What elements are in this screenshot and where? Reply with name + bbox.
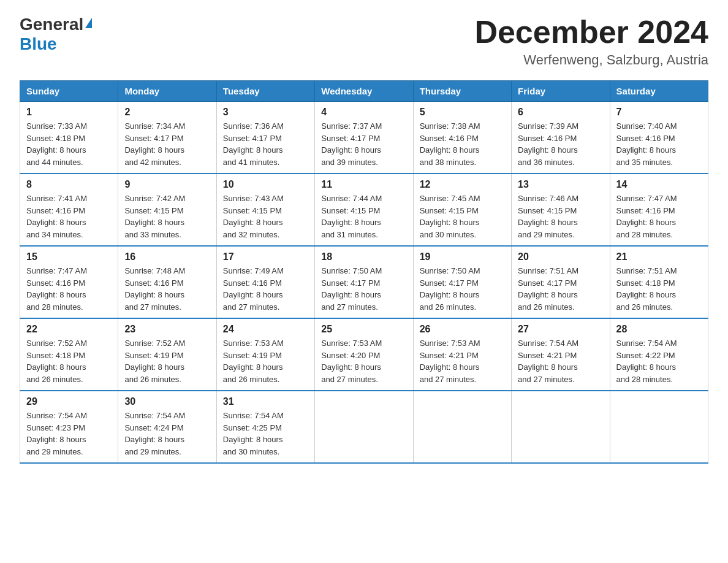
calendar-header: SundayMondayTuesdayWednesdayThursdayFrid… <box>20 81 708 102</box>
day-info: Sunrise: 7:54 AMSunset: 4:23 PMDaylight:… <box>26 410 112 458</box>
day-cell: 11Sunrise: 7:44 AMSunset: 4:15 PMDayligh… <box>315 174 413 246</box>
day-cell: 28Sunrise: 7:54 AMSunset: 4:22 PMDayligh… <box>610 318 708 391</box>
day-info: Sunrise: 7:50 AMSunset: 4:17 PMDaylight:… <box>420 265 505 313</box>
day-cell: 16Sunrise: 7:48 AMSunset: 4:16 PMDayligh… <box>118 246 216 318</box>
day-cell: 25Sunrise: 7:53 AMSunset: 4:20 PMDayligh… <box>315 318 413 391</box>
day-number: 17 <box>223 251 308 262</box>
day-number: 27 <box>518 324 603 335</box>
day-number: 14 <box>616 179 702 190</box>
week-row-2: 8Sunrise: 7:41 AMSunset: 4:16 PMDaylight… <box>20 174 708 246</box>
day-info: Sunrise: 7:52 AMSunset: 4:18 PMDaylight:… <box>26 337 112 385</box>
day-cell: 1Sunrise: 7:33 AMSunset: 4:18 PMDaylight… <box>20 102 118 174</box>
day-info: Sunrise: 7:54 AMSunset: 4:24 PMDaylight:… <box>124 410 210 458</box>
day-info: Sunrise: 7:47 AMSunset: 4:16 PMDaylight:… <box>26 265 112 313</box>
day-info: Sunrise: 7:38 AMSunset: 4:16 PMDaylight:… <box>420 120 505 168</box>
day-number: 10 <box>223 179 308 190</box>
day-info: Sunrise: 7:53 AMSunset: 4:20 PMDaylight:… <box>321 337 406 385</box>
day-info: Sunrise: 7:54 AMSunset: 4:25 PMDaylight:… <box>223 410 308 458</box>
day-cell: 22Sunrise: 7:52 AMSunset: 4:18 PMDayligh… <box>20 318 118 391</box>
day-cell: 13Sunrise: 7:46 AMSunset: 4:15 PMDayligh… <box>512 174 610 246</box>
day-number: 28 <box>616 324 702 335</box>
header-friday: Friday <box>512 81 610 102</box>
day-info: Sunrise: 7:51 AMSunset: 4:18 PMDaylight:… <box>616 265 702 313</box>
location-title: Werfenweng, Salzburg, Austria <box>474 52 708 68</box>
day-cell: 14Sunrise: 7:47 AMSunset: 4:16 PMDayligh… <box>610 174 708 246</box>
week-row-1: 1Sunrise: 7:33 AMSunset: 4:18 PMDaylight… <box>20 102 708 174</box>
day-info: Sunrise: 7:46 AMSunset: 4:15 PMDaylight:… <box>518 193 603 240</box>
header-monday: Monday <box>118 81 216 102</box>
day-number: 12 <box>420 179 505 190</box>
day-cell: 23Sunrise: 7:52 AMSunset: 4:19 PMDayligh… <box>118 318 216 391</box>
day-number: 7 <box>616 107 702 118</box>
day-cell: 8Sunrise: 7:41 AMSunset: 4:16 PMDaylight… <box>20 174 118 246</box>
logo: General Blue <box>20 15 92 54</box>
day-number: 1 <box>26 107 112 118</box>
day-number: 5 <box>420 107 505 118</box>
day-cell: 7Sunrise: 7:40 AMSunset: 4:16 PMDaylight… <box>610 102 708 174</box>
day-cell <box>610 391 708 463</box>
day-info: Sunrise: 7:48 AMSunset: 4:16 PMDaylight:… <box>124 265 210 313</box>
week-row-3: 15Sunrise: 7:47 AMSunset: 4:16 PMDayligh… <box>20 246 708 318</box>
day-number: 21 <box>616 251 702 262</box>
day-cell <box>512 391 610 463</box>
calendar-body: 1Sunrise: 7:33 AMSunset: 4:18 PMDaylight… <box>20 102 708 464</box>
day-number: 19 <box>420 251 505 262</box>
day-number: 31 <box>223 396 308 407</box>
page-header: General Blue December 2024 Werfenweng, S… <box>20 15 708 68</box>
day-cell <box>315 391 413 463</box>
day-info: Sunrise: 7:47 AMSunset: 4:16 PMDaylight:… <box>616 193 702 240</box>
day-info: Sunrise: 7:34 AMSunset: 4:17 PMDaylight:… <box>124 120 210 168</box>
day-info: Sunrise: 7:43 AMSunset: 4:15 PMDaylight:… <box>223 193 308 240</box>
day-info: Sunrise: 7:36 AMSunset: 4:17 PMDaylight:… <box>223 120 308 168</box>
day-cell: 6Sunrise: 7:39 AMSunset: 4:16 PMDaylight… <box>512 102 610 174</box>
day-number: 25 <box>321 324 406 335</box>
day-cell: 12Sunrise: 7:45 AMSunset: 4:15 PMDayligh… <box>413 174 511 246</box>
day-info: Sunrise: 7:50 AMSunset: 4:17 PMDaylight:… <box>321 265 406 313</box>
day-cell: 4Sunrise: 7:37 AMSunset: 4:17 PMDaylight… <box>315 102 413 174</box>
day-info: Sunrise: 7:37 AMSunset: 4:17 PMDaylight:… <box>321 120 406 168</box>
day-number: 26 <box>420 324 505 335</box>
day-info: Sunrise: 7:52 AMSunset: 4:19 PMDaylight:… <box>124 337 210 385</box>
day-number: 2 <box>124 107 210 118</box>
day-info: Sunrise: 7:53 AMSunset: 4:21 PMDaylight:… <box>420 337 505 385</box>
day-number: 18 <box>321 251 406 262</box>
day-number: 15 <box>26 251 112 262</box>
day-number: 8 <box>26 179 112 190</box>
day-cell: 5Sunrise: 7:38 AMSunset: 4:16 PMDaylight… <box>413 102 511 174</box>
day-cell: 2Sunrise: 7:34 AMSunset: 4:17 PMDaylight… <box>118 102 216 174</box>
day-cell: 19Sunrise: 7:50 AMSunset: 4:17 PMDayligh… <box>413 246 511 318</box>
month-title: December 2024 <box>474 15 708 50</box>
day-cell: 21Sunrise: 7:51 AMSunset: 4:18 PMDayligh… <box>610 246 708 318</box>
day-info: Sunrise: 7:49 AMSunset: 4:16 PMDaylight:… <box>223 265 308 313</box>
day-info: Sunrise: 7:41 AMSunset: 4:16 PMDaylight:… <box>26 193 112 240</box>
logo-blue-text: Blue <box>20 34 57 53</box>
day-cell <box>413 391 511 463</box>
day-info: Sunrise: 7:39 AMSunset: 4:16 PMDaylight:… <box>518 120 603 168</box>
day-number: 6 <box>518 107 603 118</box>
header-saturday: Saturday <box>610 81 708 102</box>
day-cell: 31Sunrise: 7:54 AMSunset: 4:25 PMDayligh… <box>216 391 314 463</box>
day-cell: 29Sunrise: 7:54 AMSunset: 4:23 PMDayligh… <box>20 391 118 463</box>
day-info: Sunrise: 7:54 AMSunset: 4:22 PMDaylight:… <box>616 337 702 385</box>
day-number: 3 <box>223 107 308 118</box>
day-cell: 30Sunrise: 7:54 AMSunset: 4:24 PMDayligh… <box>118 391 216 463</box>
day-cell: 24Sunrise: 7:53 AMSunset: 4:19 PMDayligh… <box>216 318 314 391</box>
day-number: 13 <box>518 179 603 190</box>
day-info: Sunrise: 7:51 AMSunset: 4:17 PMDaylight:… <box>518 265 603 313</box>
title-area: December 2024 Werfenweng, Salzburg, Aust… <box>474 15 708 68</box>
day-number: 9 <box>124 179 210 190</box>
day-number: 11 <box>321 179 406 190</box>
day-cell: 18Sunrise: 7:50 AMSunset: 4:17 PMDayligh… <box>315 246 413 318</box>
day-number: 29 <box>26 396 112 407</box>
day-cell: 17Sunrise: 7:49 AMSunset: 4:16 PMDayligh… <box>216 246 314 318</box>
day-number: 22 <box>26 324 112 335</box>
week-row-4: 22Sunrise: 7:52 AMSunset: 4:18 PMDayligh… <box>20 318 708 391</box>
day-cell: 20Sunrise: 7:51 AMSunset: 4:17 PMDayligh… <box>512 246 610 318</box>
calendar-table: SundayMondayTuesdayWednesdayThursdayFrid… <box>20 80 708 464</box>
day-info: Sunrise: 7:40 AMSunset: 4:16 PMDaylight:… <box>616 120 702 168</box>
header-row: SundayMondayTuesdayWednesdayThursdayFrid… <box>20 81 708 102</box>
day-cell: 26Sunrise: 7:53 AMSunset: 4:21 PMDayligh… <box>413 318 511 391</box>
day-number: 16 <box>124 251 210 262</box>
day-cell: 10Sunrise: 7:43 AMSunset: 4:15 PMDayligh… <box>216 174 314 246</box>
day-info: Sunrise: 7:44 AMSunset: 4:15 PMDaylight:… <box>321 193 406 240</box>
